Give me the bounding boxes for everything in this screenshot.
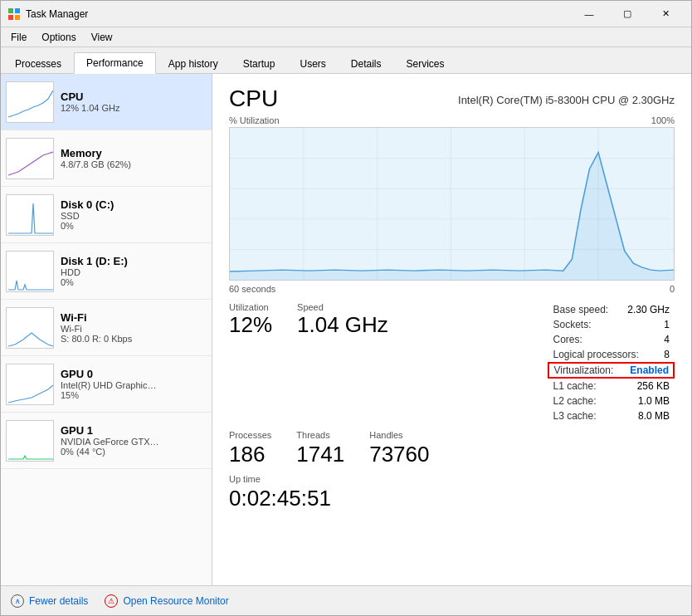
- gpu0-sub1: Intel(R) UHD Graphic…: [61, 380, 205, 390]
- gpu0-name: GPU 0: [61, 368, 205, 380]
- title-bar: Task Manager — ▢ ✕: [1, 1, 691, 27]
- minimize-button[interactable]: —: [570, 1, 608, 27]
- tab-app-history[interactable]: App history: [156, 53, 231, 74]
- disk1-info: Disk 1 (D: E:) HDD 0%: [61, 255, 205, 287]
- disk0-thumbnail: [6, 194, 54, 236]
- task-manager-window: Task Manager — ▢ ✕ File Options View Pro…: [0, 0, 692, 616]
- speed-value: 1.04 GHz: [297, 314, 388, 335]
- wifi-thumbnail: [6, 307, 54, 349]
- details-right: Base speed: 2.30 GHz Sockets: 1 Cores: 4…: [548, 302, 675, 423]
- threads-value: 1741: [296, 442, 344, 467]
- disk1-thumbnail: [6, 251, 54, 292]
- cpu-name: CPU: [61, 90, 205, 103]
- logical-processors-label: Logical processors:: [553, 349, 638, 360]
- open-monitor-label: Open Resource Monitor: [123, 595, 228, 607]
- l2-cache-row: L2 cache: 1.0 MB: [548, 394, 675, 408]
- stats-row-2: Processes 186 Threads 1741 Handles 73760: [229, 430, 675, 467]
- sidebar-item-gpu0[interactable]: GPU 0 Intel(R) UHD Graphic… 15%: [1, 356, 212, 413]
- l2-cache-label: L2 cache:: [553, 395, 596, 407]
- logical-processors-row: Logical processors: 8: [548, 347, 675, 362]
- tab-processes[interactable]: Processes: [2, 53, 74, 74]
- cpu-sub: 12% 1.04 GHz: [61, 103, 205, 113]
- sidebar-item-disk0[interactable]: Disk 0 (C:) SSD 0%: [1, 187, 212, 243]
- gpu0-info: GPU 0 Intel(R) UHD Graphic… 15%: [61, 368, 205, 400]
- handles-label: Handles: [369, 430, 429, 440]
- gpu1-info: GPU 1 NVIDIA GeForce GTX… 0% (44 °C): [61, 424, 205, 457]
- sockets-value: 1: [664, 319, 670, 330]
- tabs-bar: Processes Performance App history Startu…: [1, 47, 691, 74]
- svg-rect-7: [7, 252, 54, 292]
- gpu1-sub1: NVIDIA GeForce GTX…: [61, 437, 205, 447]
- wifi-sub1: Wi-Fi: [61, 324, 205, 334]
- window-controls: — ▢ ✕: [570, 1, 685, 27]
- l1-cache-value: 256 KB: [637, 380, 670, 392]
- wifi-name: Wi-Fi: [61, 311, 205, 324]
- memory-sub: 4.8/7.8 GB (62%): [61, 159, 205, 169]
- y-axis-max: 100%: [651, 115, 675, 125]
- app-icon: [7, 7, 21, 21]
- gpu0-sub2: 15%: [61, 390, 205, 400]
- svg-rect-1: [15, 8, 20, 13]
- tab-performance[interactable]: Performance: [74, 52, 156, 74]
- monitor-icon: ⚠: [105, 594, 118, 608]
- menu-file[interactable]: File: [4, 30, 33, 45]
- sidebar-item-gpu1[interactable]: GPU 1 NVIDIA GeForce GTX… 0% (44 °C): [1, 413, 212, 469]
- sidebar-item-wifi[interactable]: Wi-Fi Wi-Fi S: 80.0 R: 0 Kbps: [1, 300, 212, 356]
- sidebar-item-cpu[interactable]: CPU 12% 1.04 GHz: [1, 74, 212, 130]
- fewer-details-link[interactable]: ∧ Fewer details: [11, 594, 88, 608]
- tab-details[interactable]: Details: [339, 53, 394, 74]
- tab-services[interactable]: Services: [394, 53, 457, 74]
- sockets-label: Sockets:: [553, 319, 591, 330]
- disk0-name: Disk 0 (C:): [61, 198, 205, 211]
- chevron-up-icon: ∧: [11, 594, 24, 608]
- memory-thumbnail: [6, 138, 54, 179]
- handles-value: 73760: [369, 442, 429, 467]
- base-speed-label: Base speed:: [553, 304, 608, 315]
- cpu-info: CPU 12% 1.04 GHz: [61, 90, 205, 113]
- base-speed-row: Base speed: 2.30 GHz: [548, 302, 675, 317]
- cpu-chart: [229, 127, 675, 281]
- stats-row-1: Utilization 12% Speed 1.04 GHz Base spee…: [229, 302, 675, 423]
- gpu0-thumbnail: [6, 364, 54, 405]
- threads-stat: Threads 1741: [296, 430, 344, 467]
- utilization-value: 12%: [229, 314, 272, 335]
- svg-rect-2: [8, 15, 13, 20]
- processes-label: Processes: [229, 430, 271, 440]
- virtualization-row: Virtualization: Enabled: [548, 362, 675, 379]
- x-axis-right: 0: [670, 284, 675, 294]
- l3-cache-row: L3 cache: 8.0 MB: [548, 408, 675, 423]
- l1-cache-row: L1 cache: 256 KB: [548, 379, 675, 394]
- main-header: CPU Intel(R) Core(TM) i5-8300H CPU @ 2.3…: [229, 86, 675, 112]
- processes-value: 186: [229, 442, 271, 467]
- open-resource-monitor-link[interactable]: ⚠ Open Resource Monitor: [105, 594, 228, 608]
- disk1-sub1: HDD: [61, 267, 205, 277]
- menu-options[interactable]: Options: [35, 30, 82, 45]
- utilization-label: Utilization: [229, 302, 272, 312]
- disk1-sub2: 0%: [61, 277, 205, 287]
- svg-rect-3: [15, 15, 20, 20]
- y-axis-label: % Utilization: [229, 115, 280, 125]
- close-button[interactable]: ✕: [646, 1, 685, 27]
- tab-users[interactable]: Users: [287, 53, 338, 74]
- memory-name: Memory: [61, 147, 205, 159]
- processes-stat: Processes 186: [229, 430, 271, 467]
- speed-label: Speed: [297, 302, 388, 312]
- menu-bar: File Options View: [1, 27, 691, 47]
- menu-view[interactable]: View: [85, 30, 119, 45]
- svg-rect-8: [7, 308, 54, 349]
- sidebar: CPU 12% 1.04 GHz Memory 4.8/7.8 GB (62%): [1, 74, 212, 585]
- main-subtitle: Intel(R) Core(TM) i5-8300H CPU @ 2.30GHz: [458, 94, 675, 106]
- svg-rect-6: [7, 195, 54, 236]
- maximize-button[interactable]: ▢: [608, 1, 646, 27]
- tab-startup[interactable]: Startup: [231, 53, 288, 74]
- svg-rect-9: [7, 364, 54, 405]
- gpu1-name: GPU 1: [61, 424, 205, 437]
- utilization-stat: Utilization 12%: [229, 302, 272, 423]
- sidebar-item-disk1[interactable]: Disk 1 (D: E:) HDD 0%: [1, 243, 212, 300]
- disk0-info: Disk 0 (C:) SSD 0%: [61, 198, 205, 231]
- svg-rect-10: [7, 421, 54, 462]
- virtualization-value: Enabled: [630, 364, 669, 376]
- sidebar-item-memory[interactable]: Memory 4.8/7.8 GB (62%): [1, 130, 212, 187]
- wifi-sub2: S: 80.0 R: 0 Kbps: [61, 334, 205, 344]
- gpu1-sub2: 0% (44 °C): [61, 447, 205, 457]
